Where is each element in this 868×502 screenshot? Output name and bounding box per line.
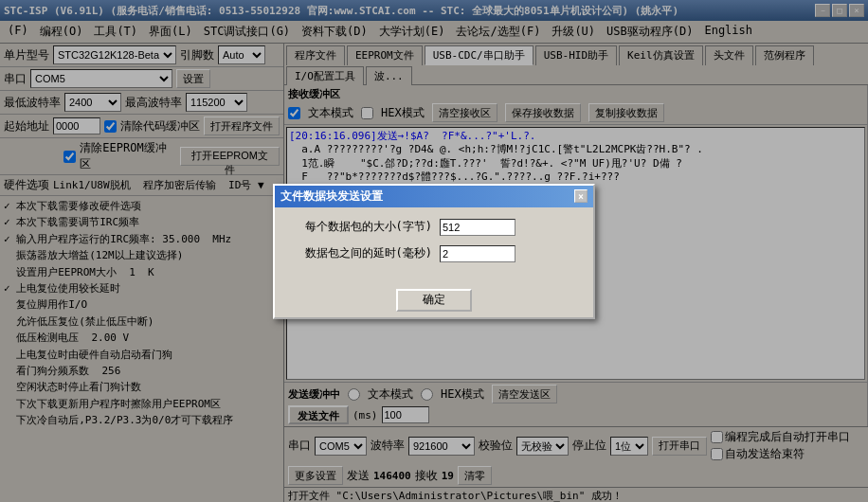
dialog-ok-button[interactable]: 确定	[396, 289, 472, 312]
dialog-title-text: 文件数据块发送设置	[280, 188, 383, 205]
dialog-footer: 确定	[275, 283, 593, 317]
file-send-dialog: 文件数据块发送设置 × 每个数据包的大小(字节) 数据包之间的延时(毫秒) 确定	[273, 184, 595, 319]
packet-size-row: 每个数据包的大小(字节)	[290, 219, 578, 236]
dialog-overlay: 文件数据块发送设置 × 每个数据包的大小(字节) 数据包之间的延时(毫秒) 确定	[0, 0, 868, 502]
dialog-close-button[interactable]: ×	[574, 189, 588, 203]
dialog-title-bar: 文件数据块发送设置 ×	[275, 186, 593, 207]
delay-input[interactable]	[440, 245, 515, 262]
packet-size-label: 每个数据包的大小(字节)	[290, 219, 432, 235]
packet-size-input[interactable]	[440, 219, 515, 236]
delay-label: 数据包之间的延时(毫秒)	[290, 245, 432, 261]
dialog-body: 每个数据包的大小(字节) 数据包之间的延时(毫秒)	[275, 207, 593, 283]
delay-row: 数据包之间的延时(毫秒)	[290, 245, 578, 262]
